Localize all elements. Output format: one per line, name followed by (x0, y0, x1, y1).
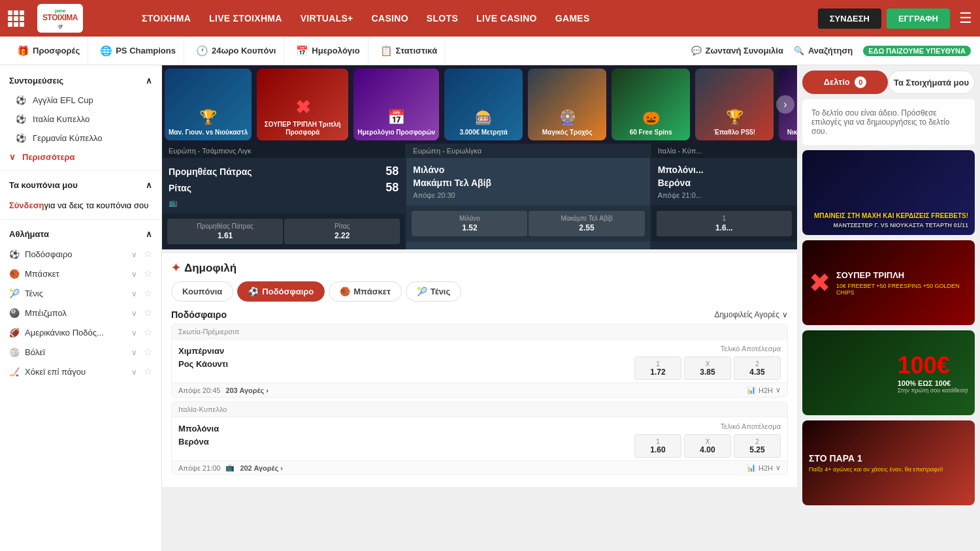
pin-icon[interactable]: ☆ (144, 248, 152, 259)
promo-next-button[interactable]: › (776, 95, 794, 114)
popular-markets-button[interactable]: Δημοφιλείς Αγορές ∨ (714, 310, 788, 319)
match-2-oddX[interactable]: X 4.00 (684, 434, 731, 458)
sidebar-sport-basketball[interactable]: 🏀 Μπάσκετ ∨ ☆ (0, 264, 161, 283)
chevron-down-icon: ∨ (131, 250, 137, 259)
match-1-h2h[interactable]: 📊 H2H ∨ (747, 386, 781, 394)
nav-live-stoixima[interactable]: LIVE ΣΤΟΙΧΗΜΑ (209, 13, 282, 24)
sidebar-sport-ice-hockey[interactable]: 🏒 Χόκεϊ επί πάγου ∨ ☆ (0, 362, 161, 381)
chevron-down-icon: ∨ (776, 464, 781, 472)
trophy-icon: 🏆 (199, 109, 217, 126)
star-icon: ✦ (171, 261, 180, 275)
right-promo-1-title: ΜΠΑΙΝΕΙΣ ΣΤΗ ΜΑΧΗ ΚΑΙ ΚΕΡΔΙΖΕΙΣ FREEBETS… (814, 212, 968, 219)
login-button[interactable]: ΣΥΝΔΕΣΗ (818, 8, 881, 29)
sidebar-login-link[interactable]: Σύνδεση (9, 200, 44, 210)
promo-card-label: 60 Free Spins (630, 129, 672, 136)
right-promo-4[interactable]: ΣΤΟ ΠΑΡΑ 1 Παίξε 4+ αγώνες και αν χάσεις… (802, 420, 975, 505)
promo-card-label: Ημερολόγιο Προσφορών (357, 129, 435, 136)
chevron-down-icon: ∨ (776, 386, 781, 394)
live-match-3-time: Απόψε 21:0... (658, 191, 791, 199)
match-1-oddX[interactable]: X 3.85 (684, 356, 731, 380)
right-promo-2[interactable]: ✖ ΣΟΥΠΕΡ ΤΡΙΠΛΗ 10€ FREEBET +50 FREESPIN… (802, 240, 975, 325)
live-match-3-bet1[interactable]: 1 1.6... (657, 211, 792, 236)
match-2-teams: Μπολόνια Βερόνα (178, 422, 629, 448)
sec-nav-chat[interactable]: 💬 Ζωντανή Συνομιλία (691, 46, 783, 55)
live-match-3: Ιταλία - Κύπ... Μπολόνι... Βερόνα Απόψε … (651, 144, 797, 249)
sidebar-sport-tennis[interactable]: 🎾 Τένις ∨ ☆ (0, 283, 161, 303)
betslip-tab-my-bets[interactable]: Τα Στοιχήματά μου (888, 71, 975, 94)
sidebar-sport-american-football[interactable]: 🏈 Αμερικάνικο Ποδός... ∨ ☆ (0, 323, 161, 342)
nav-slots[interactable]: SLOTS (427, 13, 458, 24)
nav-casino[interactable]: CASINO (372, 13, 408, 24)
live-match-2-time: Απόψε 20:30 (413, 191, 643, 199)
sec-nav-ps-champions[interactable]: 🌐 PS Champions (92, 37, 184, 65)
match-2-odd2[interactable]: 2 5.25 (734, 434, 781, 458)
grid-menu-icon[interactable] (8, 10, 24, 27)
shortcuts-header: Συντομεύσεις ∧ (0, 71, 161, 91)
sec-nav-offers[interactable]: 🎁 Προσφορές (9, 37, 88, 65)
tab-tennis[interactable]: 🎾 Τένις (406, 281, 461, 302)
right-promo-3[interactable]: 100€ 100% ΕΩΣ 100€ Στην πρώτη σου κατάθε… (802, 330, 975, 415)
pin-icon[interactable]: ☆ (144, 346, 152, 357)
sidebar-sport-football[interactable]: ⚽ Ποδόσφαιρο ∨ ☆ (0, 244, 161, 264)
register-button[interactable]: ΕΓΓΡΑΦΗ (887, 8, 950, 29)
basketball-tab-icon: 🏀 (340, 287, 350, 296)
live-match-1-team1: Προμηθέας Πάτρας (169, 166, 252, 177)
promo-card-3[interactable]: 🎰 3.000€ Μετρητά (444, 69, 523, 140)
promo-card-6[interactable]: 🏆 Έπαθλο PS5! (695, 69, 774, 140)
match-2-odd1[interactable]: 1 1.60 (634, 434, 681, 458)
sidebar-item-germany-cup[interactable]: ⚽ Γερμανία Κύπελλο (0, 129, 161, 148)
promo-card-4[interactable]: 🎡 Μαγικός Τροχός (528, 69, 606, 140)
pin-icon[interactable]: ☆ (144, 366, 152, 377)
live-match-2-bet2[interactable]: Μακάμπι Τελ Αβίβ 2.55 (529, 211, 644, 236)
right-promo-1[interactable]: ΜΠΑΙΝΕΙΣ ΣΤΗ ΜΑΧΗ ΚΑΙ ΚΕΡΔΙΖΕΙΣ FREEBETS… (802, 150, 975, 235)
football-icon: ⚽ (16, 95, 26, 105)
pin-icon[interactable]: ☆ (144, 287, 152, 298)
sidebar-more-shortcuts[interactable]: ∨ Περισσότερα (0, 148, 161, 166)
promo-card-label: Μαν. Γιουν. vs Νιούκαστλ (169, 129, 248, 136)
tab-basketball[interactable]: 🏀 Μπάσκετ (329, 281, 402, 302)
sec-nav-calendar[interactable]: 📅 Ημερολόγιο (288, 37, 368, 65)
tab-football[interactable]: ⚽ Ποδόσφαιρο (237, 281, 325, 302)
calendar-icon: 📅 (296, 45, 308, 57)
football-icon: ⚽ (16, 114, 26, 124)
right-promo-4-title: ΣΤΟ ΠΑΡΑ 1 (809, 453, 943, 464)
sidebar-item-italy-cup[interactable]: ⚽ Ιταλία Κυπελλο (0, 110, 161, 129)
match-2-more-markets[interactable]: 202 Αγορές › (240, 464, 283, 472)
nav-stoixima[interactable]: ΣΤΟΙΧΗΜΑ (142, 13, 191, 24)
match-1-more-markets[interactable]: 203 Αγορές › (225, 386, 269, 394)
sidebar-item-efl-cup[interactable]: ⚽ Αγγλία EFL Cup (0, 91, 161, 110)
pin-icon[interactable]: ☆ (144, 326, 152, 338)
sec-nav-stats[interactable]: 📋 Στατιστικά (372, 37, 446, 65)
pin-icon[interactable]: ☆ (144, 268, 152, 279)
match-1-odd1[interactable]: 1 1.72 (634, 356, 681, 380)
chevron-up-icon: ∧ (146, 229, 152, 239)
sidebar-sport-volleyball[interactable]: 🏐 Βόλεϊ ∨ ☆ (0, 342, 161, 362)
live-match-2-bet1[interactable]: Μιλάνο 1.52 (412, 211, 527, 236)
sec-nav-search[interactable]: 🔍 Αναζήτηση (794, 46, 853, 55)
promo-card-2[interactable]: 📅 Ημερολόγιο Προσφορών (353, 69, 439, 140)
betslip-tab-active[interactable]: Δελτίο 0 (802, 71, 888, 94)
chevron-up-icon: ∧ (146, 76, 152, 86)
sidebar-sport-baseball[interactable]: 🎱 Μπέιζμπολ ∨ ☆ (0, 303, 161, 323)
sport-tabs: Κουπόνια ⚽ Ποδόσφαιρο 🏀 Μπάσκετ 🎾 Τένις (171, 281, 788, 302)
section-label-football: Ποδόσφαιρο Δημοφιλείς Αγορές ∨ (171, 309, 788, 320)
promo-card-0[interactable]: 🏆 Μαν. Γιουν. vs Νιούκαστλ (165, 69, 252, 140)
pin-icon[interactable]: ☆ (144, 307, 152, 318)
live-match-1-bet2[interactable]: Ρίτας 2.22 (284, 219, 400, 244)
nav-virtuals[interactable]: VIRTUALS+ (301, 13, 353, 24)
logo-area[interactable]: pame STOIXIMA .gr (37, 4, 129, 33)
tab-coupons[interactable]: Κουπόνια (171, 281, 233, 302)
hamburger-menu-icon[interactable]: ☰ (959, 10, 972, 27)
match-row-1: Σκωτία-Πρέμιερσιπ Χιμπέρνιαν Ρος Κάουντι… (171, 324, 788, 398)
promo-card-1[interactable]: ✖ ΣΟΥΠΕΡ ΤΡΙΠΛΗ Τριπλή Προσφορά (257, 69, 348, 140)
promo-card-5[interactable]: 🎃 60 Free Spins (612, 69, 690, 140)
logo: pame STOIXIMA .gr (37, 4, 83, 33)
sec-nav-24h-coupon[interactable]: 🕐 24ωρο Κουπόνι (188, 37, 284, 65)
nav-games[interactable]: GAMES (555, 13, 590, 24)
nav-live-casino[interactable]: LIVE CASINO (476, 13, 537, 24)
chat-icon: 💬 (691, 46, 702, 55)
match-2-h2h[interactable]: 📊 H2H ∨ (747, 464, 781, 472)
match-2-tv-icon: 📺 (225, 464, 235, 472)
match-1-odd2[interactable]: 2 4.35 (734, 356, 781, 380)
live-match-1-bet1[interactable]: Προμηθέας Πάτρας 1.61 (167, 219, 283, 244)
